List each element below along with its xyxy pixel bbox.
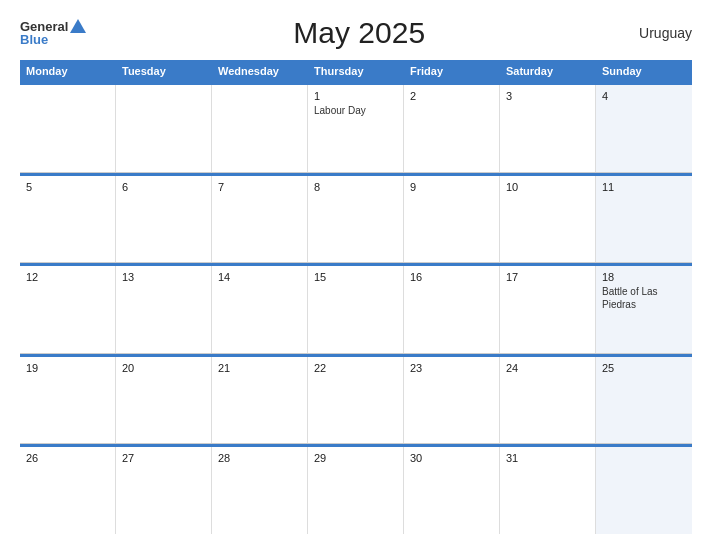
week-row-5: 262728293031	[20, 444, 692, 534]
cell-date: 13	[122, 271, 205, 283]
cal-cell: 10	[500, 176, 596, 263]
cell-date: 22	[314, 362, 397, 374]
page-title: May 2025	[86, 16, 632, 50]
cell-date: 14	[218, 271, 301, 283]
header: General Blue May 2025 Uruguay	[20, 16, 692, 50]
cal-cell: 21	[212, 357, 308, 444]
page: General Blue May 2025 Uruguay MondayTues…	[0, 0, 712, 550]
cell-date: 6	[122, 181, 205, 193]
calendar-header: MondayTuesdayWednesdayThursdayFridaySatu…	[20, 60, 692, 82]
country-label: Uruguay	[632, 25, 692, 41]
week-row-3: 12131415161718Battle of Las Piedras	[20, 263, 692, 354]
cal-cell: 31	[500, 447, 596, 534]
cell-date: 3	[506, 90, 589, 102]
day-header-tuesday: Tuesday	[116, 60, 212, 82]
calendar: MondayTuesdayWednesdayThursdayFridaySatu…	[20, 60, 692, 534]
cal-cell: 13	[116, 266, 212, 353]
day-header-saturday: Saturday	[500, 60, 596, 82]
cal-cell: 1Labour Day	[308, 85, 404, 172]
cal-cell: 4	[596, 85, 692, 172]
cell-date: 15	[314, 271, 397, 283]
cal-cell	[116, 85, 212, 172]
cell-date: 28	[218, 452, 301, 464]
cal-cell: 6	[116, 176, 212, 263]
cal-cell: 28	[212, 447, 308, 534]
calendar-body: 1Labour Day23456789101112131415161718Bat…	[20, 82, 692, 534]
cell-date: 1	[314, 90, 397, 102]
week-row-2: 567891011	[20, 173, 692, 264]
cal-cell	[212, 85, 308, 172]
logo-block: General Blue	[20, 20, 86, 46]
cell-date: 8	[314, 181, 397, 193]
cal-cell: 15	[308, 266, 404, 353]
day-header-wednesday: Wednesday	[212, 60, 308, 82]
cell-date: 18	[602, 271, 686, 283]
cell-date: 5	[26, 181, 109, 193]
cell-date: 12	[26, 271, 109, 283]
cell-date: 16	[410, 271, 493, 283]
cell-date: 11	[602, 181, 686, 193]
cell-date: 7	[218, 181, 301, 193]
cell-date: 29	[314, 452, 397, 464]
cell-date: 24	[506, 362, 589, 374]
cal-cell: 27	[116, 447, 212, 534]
cal-cell: 12	[20, 266, 116, 353]
cell-date: 31	[506, 452, 589, 464]
cal-cell	[596, 447, 692, 534]
cell-date: 20	[122, 362, 205, 374]
week-row-4: 19202122232425	[20, 354, 692, 445]
logo-blue: Blue	[20, 33, 48, 46]
cal-cell: 2	[404, 85, 500, 172]
cal-cell: 24	[500, 357, 596, 444]
cell-date: 19	[26, 362, 109, 374]
cal-cell: 16	[404, 266, 500, 353]
cell-date: 30	[410, 452, 493, 464]
day-header-monday: Monday	[20, 60, 116, 82]
cal-cell: 26	[20, 447, 116, 534]
logo-triangle-icon	[70, 19, 86, 33]
cal-cell: 29	[308, 447, 404, 534]
cal-cell: 25	[596, 357, 692, 444]
cell-date: 9	[410, 181, 493, 193]
cal-cell: 5	[20, 176, 116, 263]
cell-event: Battle of Las Piedras	[602, 286, 658, 310]
cal-cell: 22	[308, 357, 404, 444]
cell-date: 2	[410, 90, 493, 102]
cal-cell: 3	[500, 85, 596, 172]
cal-cell: 19	[20, 357, 116, 444]
cell-date: 21	[218, 362, 301, 374]
cal-cell: 11	[596, 176, 692, 263]
cal-cell: 20	[116, 357, 212, 444]
cal-cell: 30	[404, 447, 500, 534]
cell-date: 17	[506, 271, 589, 283]
day-header-sunday: Sunday	[596, 60, 692, 82]
cell-date: 23	[410, 362, 493, 374]
cell-date: 26	[26, 452, 109, 464]
cal-cell: 18Battle of Las Piedras	[596, 266, 692, 353]
cell-date: 25	[602, 362, 686, 374]
cal-cell: 17	[500, 266, 596, 353]
cal-cell: 14	[212, 266, 308, 353]
cal-cell: 7	[212, 176, 308, 263]
cell-date: 27	[122, 452, 205, 464]
cell-date: 10	[506, 181, 589, 193]
day-header-friday: Friday	[404, 60, 500, 82]
cal-cell	[20, 85, 116, 172]
cell-date: 4	[602, 90, 686, 102]
logo: General Blue	[20, 20, 86, 46]
cal-cell: 23	[404, 357, 500, 444]
cell-event: Labour Day	[314, 105, 366, 116]
cal-cell: 8	[308, 176, 404, 263]
week-row-1: 1Labour Day234	[20, 82, 692, 173]
day-header-thursday: Thursday	[308, 60, 404, 82]
cal-cell: 9	[404, 176, 500, 263]
